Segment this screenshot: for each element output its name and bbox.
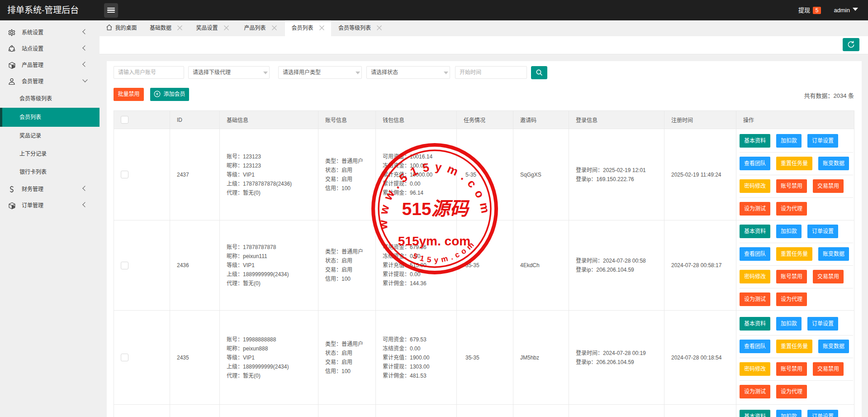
svg-text:www.515ym.com: www.515ym.com xyxy=(376,160,493,230)
svg-text:515ym. com: 515ym. com xyxy=(398,234,470,248)
svg-text:515源码: 515源码 xyxy=(402,198,470,219)
